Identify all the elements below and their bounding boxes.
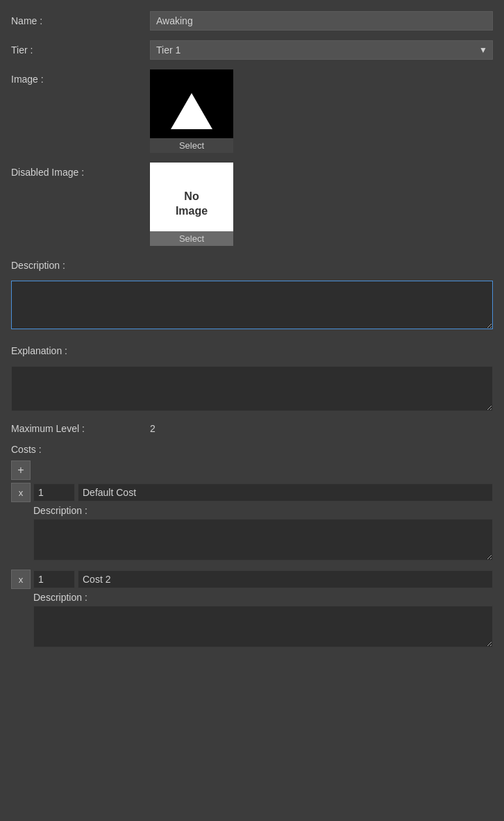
tier-row: Tier : Tier 1 Tier 2 Tier 3 ▼ <box>11 40 493 60</box>
max-level-label: Maximum Level : <box>11 423 150 434</box>
explanation-textarea[interactable] <box>11 366 493 411</box>
tier-dropdown[interactable]: Tier 1 Tier 2 Tier 3 <box>150 40 493 60</box>
image-control-wrap: Select <box>150 69 493 153</box>
cost-2-name-input[interactable] <box>78 570 493 588</box>
costs-label: Costs : <box>11 444 493 455</box>
explanation-row: Explanation : <box>11 341 493 356</box>
name-input-wrap <box>150 11 493 31</box>
max-level-value: 2 <box>150 423 156 434</box>
disabled-image-control-wrap: No Image Select <box>150 163 493 246</box>
remove-cost-1-button[interactable]: x <box>11 483 31 502</box>
cost-row-1: x <box>11 483 493 502</box>
cost-2-description-label: Description : <box>33 592 493 603</box>
no-image-text: No Image <box>176 190 208 219</box>
max-level-row: Maximum Level : 2 <box>11 423 493 434</box>
image-select-button[interactable]: Select <box>150 138 233 153</box>
explanation-input-wrap <box>11 366 493 413</box>
name-label: Name : <box>11 11 150 26</box>
cost-2-description-section: Description : <box>33 592 493 649</box>
name-input[interactable] <box>150 11 493 31</box>
cost-1-name-input[interactable] <box>78 483 493 501</box>
cost-2-amount-input[interactable] <box>33 570 75 588</box>
disabled-image-label: Disabled Image : <box>11 163 150 178</box>
cost-2-description-textarea[interactable] <box>33 606 493 647</box>
description-input-wrap <box>11 281 493 331</box>
tier-label: Tier : <box>11 40 150 56</box>
cost-1-amount-input[interactable] <box>33 483 75 501</box>
cost-1-description-label: Description : <box>33 505 493 516</box>
description-label: Description : <box>11 256 150 271</box>
cost-row-2: x <box>11 570 493 589</box>
description-textarea[interactable] <box>11 281 493 329</box>
cost-1-description-section: Description : <box>33 505 493 563</box>
triangle-icon <box>171 93 212 129</box>
disabled-image-row: Disabled Image : No Image Select <box>11 163 493 246</box>
image-preview-wrap: Select <box>150 69 233 153</box>
cost-1-description-textarea[interactable] <box>33 519 493 561</box>
image-row: Image : Select <box>11 69 493 153</box>
tier-dropdown-wrap: Tier 1 Tier 2 Tier 3 ▼ <box>150 40 493 60</box>
add-cost-button[interactable]: + <box>11 461 31 480</box>
disabled-image-preview-wrap: No Image Select <box>150 163 233 246</box>
image-label: Image : <box>11 69 150 85</box>
name-row: Name : <box>11 11 493 31</box>
remove-cost-2-button[interactable]: x <box>11 570 31 589</box>
explanation-label: Explanation : <box>11 341 150 356</box>
disabled-image-select-button[interactable]: Select <box>150 231 233 246</box>
description-row: Description : <box>11 256 493 271</box>
